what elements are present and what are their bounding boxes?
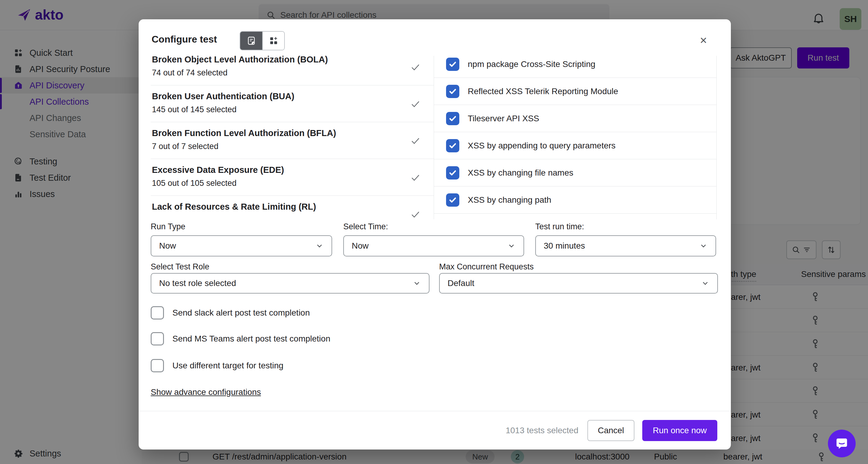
select-time-label: Select Time: [343,222,388,231]
option-row[interactable]: Send slack alert post test completion [151,306,310,319]
test-run-time-select[interactable]: 30 minutes [535,235,716,256]
run-type-select[interactable]: Now [151,235,332,256]
close-icon[interactable]: ✕ [697,34,710,47]
test-name: XSS by changing file names [468,168,573,178]
test-name: XSS by appending to query parameters [468,141,615,150]
max-concurrent-select[interactable]: Default [439,273,718,294]
cancel-button[interactable]: Cancel [587,420,634,441]
test-category-row[interactable]: Broken Function Level Authorization (BFL… [151,122,434,159]
test-category-row[interactable]: Lack of Resources & Rate Limiting (RL) [151,196,434,219]
category-name: Broken Function Level Authorization (BFL… [152,128,434,138]
test-checkbox[interactable] [446,112,459,125]
chevron-down-icon [412,279,421,288]
category-selected-count: 105 out of 105 selected [152,179,434,188]
configure-test-modal: Configure test ✕ Broken Object Level Aut… [138,19,731,450]
test-checkbox[interactable] [446,85,459,98]
max-concurrent-label: Max Concurrent Requests [439,262,534,271]
check-icon [410,62,421,72]
check-icon [410,173,421,183]
chat-launcher-button[interactable] [828,430,856,457]
category-name: Lack of Resources & Rate Limiting (RL) [152,202,434,212]
test-row[interactable]: Reflected XSS Telerik Reporting Module [434,78,716,105]
check-icon [410,209,421,220]
test-checkbox[interactable] [446,58,459,71]
chevron-down-icon [701,279,710,288]
select-time-select[interactable]: Now [343,235,524,256]
modal-footer: 1013 tests selected Cancel Run once now [138,411,731,450]
test-category-row[interactable]: Broken Object Level Authorization (BOLA)… [151,56,434,85]
option-row[interactable]: Use different target for testing [151,359,283,372]
check-icon [410,99,421,109]
test-checkbox[interactable] [446,166,459,179]
modal-title: Configure test [152,34,217,45]
test-checkbox-list: npm package Cross-Site ScriptingReflecte… [434,56,717,219]
tests-selected-count: 1013 tests selected [506,426,578,435]
show-advance-configurations-link[interactable]: Show advance configurations [151,387,261,397]
option-row[interactable]: Send MS Teams alert post test completion [151,332,330,345]
category-selected-count: 7 out of 7 selected [152,142,434,151]
option-label: Use different target for testing [173,361,283,371]
category-selected-count: 145 out of 145 selected [152,105,434,114]
test-row[interactable]: npm package Cross-Site Scripting [434,56,716,78]
test-name: npm package Cross-Site Scripting [468,59,595,69]
chevron-down-icon [699,242,708,250]
run-type-label: Run Type [151,222,185,231]
test-role-select[interactable]: No test role selected [151,273,430,294]
test-name: Reflected XSS Telerik Reporting Module [468,87,618,96]
category-name: Excessive Data Exposure (EDE) [152,165,434,175]
option-label: Send MS Teams alert post test completion [173,334,330,344]
test-row[interactable]: XSS by changing path [434,186,716,213]
test-run-time-label: Test run time: [535,222,584,231]
note-icon [247,36,256,46]
option-label: Send slack alert post test completion [173,308,310,318]
chat-bubble-icon [835,437,848,450]
test-row[interactable]: XSS by changing file names [434,159,716,186]
chevron-down-icon [315,242,324,250]
test-checkbox[interactable] [446,193,459,207]
view-toggle [240,31,285,50]
screen: akto Search for API collections SH Quick… [0,0,868,464]
option-checkbox[interactable] [151,359,164,372]
test-name: Tileserver API XSS [468,114,539,123]
test-role-label: Select Test Role [151,262,210,271]
option-checkbox[interactable] [151,306,164,319]
test-row[interactable]: Tileserver API XSS [434,105,716,132]
test-row[interactable]: XSS by appending to query parameters [434,132,716,159]
test-name: XSS by changing path [468,195,551,205]
test-category-list: Broken Object Level Authorization (BOLA)… [151,56,434,219]
category-name: Broken Object Level Authorization (BOLA) [152,56,434,64]
test-category-row[interactable]: Excessive Data Exposure (EDE)105 out of … [151,159,434,196]
grid-plus-icon [269,36,278,46]
category-name: Broken User Authentication (BUA) [152,91,434,102]
list-view-toggle-button[interactable] [240,32,262,50]
grid-view-toggle-button[interactable] [262,32,284,50]
test-checkbox[interactable] [446,139,459,152]
option-checkbox[interactable] [151,332,164,345]
chevron-down-icon [507,242,516,250]
category-selected-count: 74 out of 74 selected [152,68,434,78]
run-once-now-button[interactable]: Run once now [642,420,717,441]
test-category-row[interactable]: Broken User Authentication (BUA)145 out … [151,85,434,122]
check-icon [410,136,421,146]
